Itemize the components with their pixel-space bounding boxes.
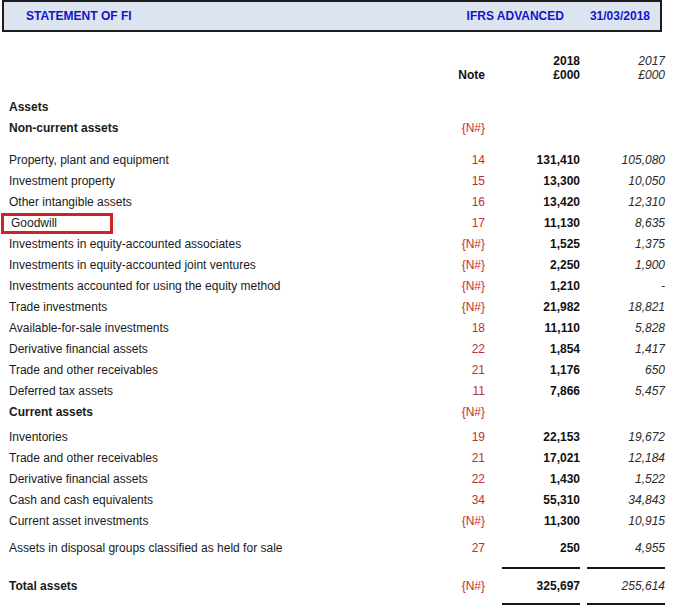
table-row: Assets xyxy=(9,97,665,118)
row-value-2017: 1,375 xyxy=(580,234,665,255)
column-header-note: Note xyxy=(425,68,485,82)
row-note-reference: 16 xyxy=(425,192,485,213)
row-value-2018: 13,420 xyxy=(485,192,580,213)
row-note-reference: 22 xyxy=(425,339,485,360)
row-note-reference: {N#} xyxy=(425,569,485,603)
row-label: Investments accounted for using the equi… xyxy=(9,276,425,297)
row-label: Current assets xyxy=(9,402,425,423)
row-value-2018: 11,300 xyxy=(485,511,580,532)
table-row: Investments in equity-accounted joint ve… xyxy=(9,255,665,276)
total-rule-2018 xyxy=(502,603,580,605)
table-row: Trade investments{N#}21,98218,821 xyxy=(9,297,665,318)
row-value-2017: 34,843 xyxy=(580,490,665,511)
goodwill-highlight-box: Goodwill xyxy=(1,213,113,234)
row-value-2017: 4,955 xyxy=(580,538,665,559)
row-label: Investment property xyxy=(9,171,425,192)
row-label: Property, plant and equipment xyxy=(9,150,425,171)
row-value-2018: 11,110 xyxy=(485,318,580,339)
row-label: Derivative financial assets xyxy=(9,469,425,490)
table-row: Property, plant and equipment14131,41010… xyxy=(9,150,665,171)
row-value-2017: 5,828 xyxy=(580,318,665,339)
row-label: Inventories xyxy=(9,427,425,448)
row-label: Current asset investments xyxy=(9,511,425,532)
statement-of-financial-position: 2018 2017 Note £000 £000 AssetsNon-curre… xyxy=(0,32,676,605)
row-note-reference: 27 xyxy=(425,538,485,559)
row-note-reference: 19 xyxy=(425,427,485,448)
total-rule-2017 xyxy=(587,603,665,605)
row-label: Trade and other receivables xyxy=(9,360,425,381)
row-value-2017: 10,050 xyxy=(580,171,665,192)
row-label: Investments in equity-accounted associat… xyxy=(9,234,425,255)
row-value-2017: 5,457 xyxy=(580,381,665,402)
table-row: Deferred tax assets117,8665,457 xyxy=(9,381,665,402)
row-note-reference: 21 xyxy=(425,448,485,469)
statement-rows: AssetsNon-current assets{N#}Property, pl… xyxy=(9,97,665,605)
row-value-2017: 1,522 xyxy=(580,469,665,490)
row-note-reference: {N#} xyxy=(425,234,485,255)
period-end-date: 31/03/2018 xyxy=(590,9,650,23)
row-note-reference: 15 xyxy=(425,171,485,192)
row-value-2018: 21,982 xyxy=(485,297,580,318)
row-label: Goodwill xyxy=(9,213,425,234)
row-value-2017: 12,184 xyxy=(580,448,665,469)
row-value-2017: 255,614 xyxy=(580,569,665,603)
row-value-2018: 131,410 xyxy=(485,150,580,171)
row-note-reference: 34 xyxy=(425,490,485,511)
total-rule-row xyxy=(9,603,665,605)
row-spacer xyxy=(9,139,665,150)
report-header-bar: STATEMENT OF FI IFRS ADVANCED 31/03/2018 xyxy=(2,0,662,32)
table-row: Trade and other receivables2117,02112,18… xyxy=(9,448,665,469)
table-row: Derivative financial assets221,8541,417 xyxy=(9,339,665,360)
table-row: Current asset investments{N#}11,30010,91… xyxy=(9,511,665,532)
table-row: Available-for-sale investments1811,1105,… xyxy=(9,318,665,339)
column-header-2017: 2017 xyxy=(580,54,665,68)
row-value-2017: 12,310 xyxy=(580,192,665,213)
row-label: Investments in equity-accounted joint ve… xyxy=(9,255,425,276)
table-row: Non-current assets{N#} xyxy=(9,118,665,139)
row-value-2018: 1,210 xyxy=(485,276,580,297)
column-header-2018: 2018 xyxy=(485,54,580,68)
row-note-reference: 21 xyxy=(425,360,485,381)
row-value-2018: 1,430 xyxy=(485,469,580,490)
row-label: Assets xyxy=(9,97,425,118)
row-value-2017: 1,417 xyxy=(580,339,665,360)
row-note-reference: {N#} xyxy=(425,511,485,532)
column-headers: 2018 2017 Note £000 £000 xyxy=(9,54,665,82)
row-value-2018: 1,176 xyxy=(485,360,580,381)
row-note-reference: {N#} xyxy=(425,118,485,139)
row-note-reference: 22 xyxy=(425,469,485,490)
row-label: Total assets xyxy=(9,569,425,603)
row-value-2018: 11,130 xyxy=(485,213,580,234)
row-label: Trade investments xyxy=(9,297,425,318)
row-value-2018: 13,300 xyxy=(485,171,580,192)
row-value-2018: 55,310 xyxy=(485,490,580,511)
row-note-reference: {N#} xyxy=(425,276,485,297)
row-label: Available-for-sale investments xyxy=(9,318,425,339)
row-spacer xyxy=(9,559,665,567)
row-value-2018: 1,525 xyxy=(485,234,580,255)
row-value-2017: - xyxy=(580,276,665,297)
row-note-reference: 14 xyxy=(425,150,485,171)
row-value-2018: 7,866 xyxy=(485,381,580,402)
row-value-2017: 1,900 xyxy=(580,255,665,276)
table-row: Inventories1922,15319,672 xyxy=(9,427,665,448)
table-row: Derivative financial assets221,4301,522 xyxy=(9,469,665,490)
column-header-years: 2018 2017 xyxy=(9,54,665,68)
table-row: Goodwill1711,1308,635 xyxy=(9,213,665,234)
table-row: Trade and other receivables211,176650 xyxy=(9,360,665,381)
table-row: Total assets{N#}325,697255,614 xyxy=(9,569,665,603)
row-value-2018: 325,697 xyxy=(485,569,580,603)
row-note-reference: {N#} xyxy=(425,297,485,318)
table-row: Current assets{N#} xyxy=(9,402,665,423)
row-note-reference: 18 xyxy=(425,318,485,339)
table-row: Cash and cash equivalents3455,31034,843 xyxy=(9,490,665,511)
row-value-2017: 8,635 xyxy=(580,213,665,234)
row-value-2017: 19,672 xyxy=(580,427,665,448)
row-value-2017: 18,821 xyxy=(580,297,665,318)
column-header-units: Note £000 £000 xyxy=(9,68,665,82)
row-label: Cash and cash equivalents xyxy=(9,490,425,511)
row-label: Trade and other receivables xyxy=(9,448,425,469)
column-header-units-2018: £000 xyxy=(485,68,580,82)
row-value-2018: 2,250 xyxy=(485,255,580,276)
row-value-2017: 650 xyxy=(580,360,665,381)
